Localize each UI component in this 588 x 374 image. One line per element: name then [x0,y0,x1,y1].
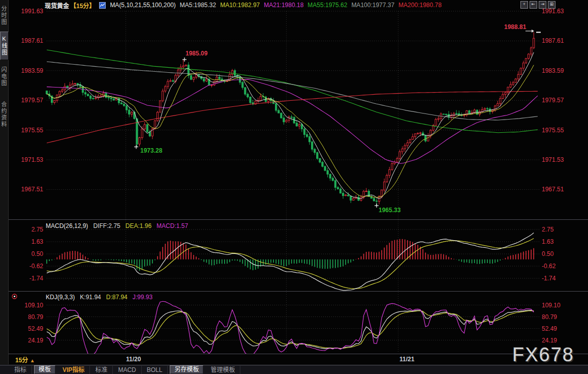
price-tick-label: 1991.63 [542,8,582,15]
price-tick-label: 1987.61 [9,37,43,44]
macd-tick-label: 1.63 [9,238,43,245]
price-tick-label: 1987.61 [542,37,582,44]
macd-tick-label: 0.50 [542,250,582,257]
sidebar-item-lightning-chart[interactable]: 闪电图 [0,63,8,90]
crosshair-icon[interactable]: + [520,1,528,9]
sidebar-item-kline-chart[interactable]: K线图 [0,32,9,60]
price-tick-label: 1983.59 [542,67,582,74]
macd-tick-label: 2.75 [542,226,582,233]
header-toolbar: + ⇤ ⇥ ⊞ [520,1,555,9]
price-tick-label: 1979.57 [9,97,43,104]
macd-tick-label: 1.63 [542,238,582,245]
kdj-j-value: J:99.93 [133,294,152,301]
kdj-tick-label: 24.19 [542,337,582,344]
zoom-in-icon[interactable]: ⇥ [539,1,546,9]
toolbar-item-save-template[interactable]: 另存模板 [170,365,203,374]
period-selector-label: 15分 [15,357,28,364]
chart-type-icon[interactable] [99,2,106,9]
price-annotation-1985.09: 1985.09 [185,50,207,57]
macd-diff-value: DIFF:2.75 [93,222,120,229]
macd-title: MACD(26,12,9) [46,222,88,229]
price-annotation-1965.33: 1965.33 [379,207,400,214]
macd-tick-label: 0.50 [9,250,43,257]
macd-tick-label: -1.74 [542,275,582,282]
sidebar-item-time-chart[interactable]: 分时图 [0,2,8,28]
toolbar-item-indicators[interactable]: 指标 [9,366,32,374]
macd-dea-value: DEA:1.96 [126,222,151,229]
chart-header: 现货黄金 【15分】 MA(5,10,21,55,100,200) MA5:19… [45,1,442,9]
grid-layout-icon[interactable]: ⊞ [548,1,555,9]
ma5-value: MA5:1985.32 [180,2,216,9]
price-tick-label: 1967.51 [542,186,582,193]
kdj-tick-label: 24.19 [9,337,43,344]
toolbar-item-template[interactable]: 模板 [34,365,55,374]
zoom-out-icon[interactable]: ⇤ [530,1,537,9]
symbol-title: 现货黄金 [45,1,69,10]
macd-tick-label: -1.74 [9,275,43,282]
indicator-settings-icon[interactable] [11,293,18,302]
sidebar-item-contract-info[interactable]: 合约资料 [0,97,8,132]
fx678-watermark: FX678 [512,344,574,366]
price-tick-label: 1971.53 [9,156,43,163]
toolbar-item-macd[interactable]: MACD [113,366,141,374]
kdj-k-value: K:91.94 [80,294,101,301]
period-label: 【15分】 [70,1,95,10]
trading-app-window: 分时图 K线图 闪电图 合约资料 现货黄金 【15分】 MA(5,10,21,5… [0,0,588,374]
kdj-header: KDJ(9,3,3) K:91.94 D:87.94 J:99.93 [46,294,152,301]
bottom-toolbar: 指标 模板 VIP指标 标准 MACD BOLL 另存模板 管理模板 [0,365,588,374]
price-tick-label: 1975.55 [542,127,582,134]
toolbar-item-standard[interactable]: 标准 [90,366,113,374]
price-tick-label: 1975.55 [9,127,43,134]
macd-tick-label: -0.62 [542,263,582,270]
price-tick-label: 1971.53 [542,156,582,163]
price-annotation-1973.28: 1973.28 [140,147,162,154]
price-axis-right: 1991.631987.611983.591979.571975.551971.… [542,0,582,374]
ma100-value: MA100:1977.37 [351,2,394,9]
kdj-tick-label: 52.49 [9,325,43,332]
price-tick-label: 1991.63 [9,8,43,15]
ma-formula-label: MA(5,10,21,55,100,200) [110,2,175,9]
toolbar-item-boll[interactable]: BOLL [142,366,168,374]
kline-chart-canvas[interactable] [0,0,588,374]
kdj-title: KDJ(9,3,3) [46,294,75,301]
price-tick-label: 1967.51 [9,186,43,193]
chevron-up-icon: ▲ [30,358,35,363]
kdj-tick-label: 109.10 [9,302,43,309]
kdj-tick-label: 109.10 [542,302,582,309]
ma10-value: MA10:1982.97 [220,2,260,9]
toolbar-item-vip-indicators[interactable]: VIP指标 [57,366,90,374]
price-tick-label: 1983.59 [9,67,43,74]
macd-header: MACD(26,12,9) DIFF:2.75 DEA:1.96 MACD:1.… [46,222,188,229]
toolbar-item-manage-template[interactable]: 管理模板 [205,366,240,374]
kdj-tick-label: 52.49 [542,325,582,332]
time-axis-date-1: 11/20 [126,356,141,363]
kdj-tick-label: 80.79 [542,313,582,321]
macd-tick-label: -0.62 [9,263,43,270]
price-annotation-1988.81: 1988.81 [504,23,526,31]
macd-hist-value: MACD:1.57 [157,222,188,229]
period-selector[interactable]: 15分 ▲ [15,355,35,364]
price-tick-label: 1979.57 [542,97,582,104]
price-axis-left: 1991.631987.611983.591979.571975.551971.… [9,0,43,374]
kdj-d-value: D:87.94 [106,294,128,301]
kdj-tick-label: 80.79 [9,313,43,321]
left-sidebar: 分时图 K线图 闪电图 合约资料 [0,0,9,364]
time-axis-date-2: 11/21 [399,356,414,363]
macd-tick-label: 2.75 [9,226,43,233]
ma21-value: MA21:1980.18 [264,2,303,9]
ma200-value: MA200:1980.78 [398,2,442,9]
ma55-value: MA55:1975.62 [307,2,347,9]
